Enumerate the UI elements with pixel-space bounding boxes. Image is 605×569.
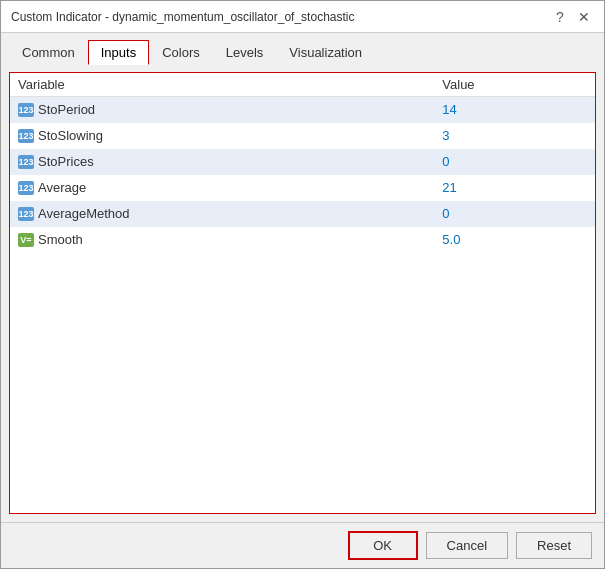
col-value-header: Value <box>434 73 595 97</box>
reset-button[interactable]: Reset <box>516 532 592 559</box>
type-icon: V= <box>18 233 34 247</box>
var-name: StoPrices <box>38 154 94 169</box>
tab-bar: Common Inputs Colors Levels Visualizatio… <box>1 33 604 64</box>
table-row[interactable]: 123StoPrices0 <box>10 149 595 175</box>
tab-visualization[interactable]: Visualization <box>276 40 375 65</box>
help-button[interactable]: ? <box>550 7 570 27</box>
cancel-button[interactable]: Cancel <box>426 532 508 559</box>
inputs-table-container: Variable Value 123StoPeriod14123StoSlowi… <box>9 72 596 514</box>
type-icon: 123 <box>18 103 34 117</box>
footer: OK Cancel Reset <box>1 522 604 568</box>
value-cell[interactable]: 21 <box>434 175 595 201</box>
value-cell[interactable]: 3 <box>434 123 595 149</box>
tab-common[interactable]: Common <box>9 40 88 65</box>
ok-button[interactable]: OK <box>348 531 418 560</box>
var-name: StoSlowing <box>38 128 103 143</box>
table-row[interactable]: 123StoPeriod14 <box>10 97 595 123</box>
title-bar: Custom Indicator - dynamic_momentum_osci… <box>1 1 604 33</box>
title-icons: ? ✕ <box>550 7 594 27</box>
table-row[interactable]: 123StoSlowing3 <box>10 123 595 149</box>
var-cell: 123StoSlowing <box>10 123 434 149</box>
var-cell: 123Average <box>10 175 434 201</box>
dialog: Custom Indicator - dynamic_momentum_osci… <box>0 0 605 569</box>
var-cell: 123StoPrices <box>10 149 434 175</box>
value-cell[interactable]: 0 <box>434 201 595 227</box>
col-variable-header: Variable <box>10 73 434 97</box>
type-icon: 123 <box>18 155 34 169</box>
inputs-table: Variable Value 123StoPeriod14123StoSlowi… <box>10 73 595 253</box>
table-row[interactable]: V=Smooth5.0 <box>10 227 595 253</box>
table-row[interactable]: 123Average21 <box>10 175 595 201</box>
tab-inputs[interactable]: Inputs <box>88 40 149 65</box>
type-icon: 123 <box>18 207 34 221</box>
table-row[interactable]: 123AverageMethod0 <box>10 201 595 227</box>
value-cell[interactable]: 0 <box>434 149 595 175</box>
content-area: Variable Value 123StoPeriod14123StoSlowi… <box>1 64 604 522</box>
var-name: AverageMethod <box>38 206 130 221</box>
var-name: StoPeriod <box>38 102 95 117</box>
type-icon: 123 <box>18 129 34 143</box>
value-cell[interactable]: 14 <box>434 97 595 123</box>
value-cell[interactable]: 5.0 <box>434 227 595 253</box>
var-cell: V=Smooth <box>10 227 434 253</box>
tab-levels[interactable]: Levels <box>213 40 277 65</box>
var-name: Smooth <box>38 232 83 247</box>
table-header-row: Variable Value <box>10 73 595 97</box>
var-name: Average <box>38 180 86 195</box>
close-button[interactable]: ✕ <box>574 7 594 27</box>
tab-colors[interactable]: Colors <box>149 40 213 65</box>
type-icon: 123 <box>18 181 34 195</box>
var-cell: 123AverageMethod <box>10 201 434 227</box>
dialog-title: Custom Indicator - dynamic_momentum_osci… <box>11 10 354 24</box>
var-cell: 123StoPeriod <box>10 97 434 123</box>
